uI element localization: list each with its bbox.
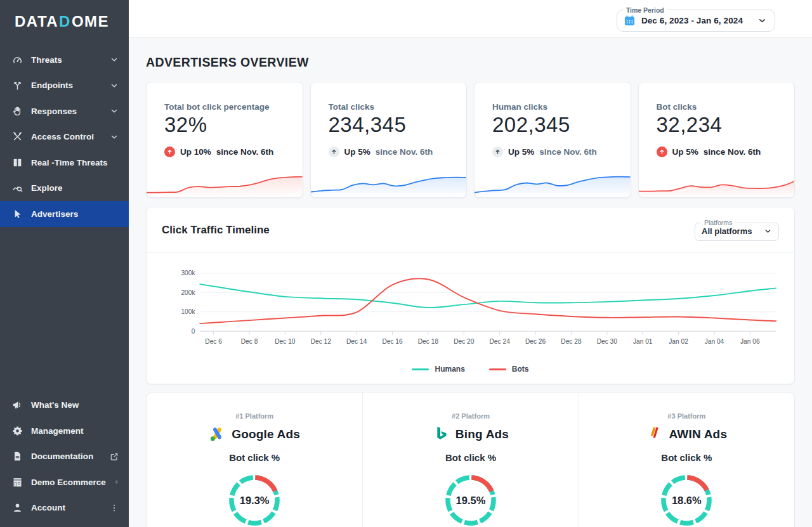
platform-card-google-ads: #1 PlatformGoogle AdsBot click %19.3%Up …: [147, 393, 362, 527]
platform-name-row: AWIN Ads: [592, 426, 782, 443]
top-platforms-card: #1 PlatformGoogle AdsBot click %19.3%Up …: [146, 393, 795, 527]
legend-swatch: [412, 368, 429, 370]
store-icon: [12, 477, 23, 488]
sidebar-item-responses[interactable]: Responses: [0, 98, 129, 124]
legend-label: Bots: [512, 365, 529, 374]
sidebar-item-demo-ecommerce[interactable]: Demo Ecommerce: [0, 469, 129, 495]
svg-text:300k: 300k: [181, 270, 195, 277]
svg-text:Dec 12: Dec 12: [311, 338, 332, 345]
awin-ads-logo: [646, 426, 663, 443]
sidebar-nav-bottom: What's NewManagementDocumentationDemo Ec…: [0, 393, 129, 527]
sidebar-item-threats[interactable]: Threats: [0, 47, 129, 73]
chevron-down-icon: [110, 55, 119, 64]
chevron-down-icon: [757, 16, 767, 25]
person-icon: [12, 502, 23, 513]
trend-up-icon: [329, 146, 339, 157]
datadome-logo[interactable]: DATADOME: [0, 0, 129, 47]
app-root: DATADOME ThreatsEndpointsResponsesAccess…: [0, 0, 812, 527]
sparkline-chart: [311, 160, 467, 197]
stat-card-value: 32%: [164, 112, 285, 138]
platform-rank-label: #2 Platform: [376, 412, 565, 420]
donut-center-value: 18.6%: [658, 472, 714, 527]
document-icon: [12, 451, 23, 462]
sidebar-item-management[interactable]: Management: [0, 418, 129, 444]
content: ADVERTISERS OVERVIEW Total bot click per…: [129, 38, 812, 527]
stat-card-delta: Up 5%since Nov. 6th: [492, 146, 613, 157]
svg-text:Dec 14: Dec 14: [346, 338, 367, 345]
sidebar-item-endpoints[interactable]: Endpoints: [0, 73, 129, 99]
sidebar-item-real-time-threats[interactable]: Real -Time Threats: [0, 150, 129, 176]
trend-up-icon: [164, 146, 175, 157]
stat-card-label: Total clicks: [329, 102, 449, 112]
platform-rank-label: #3 Platform: [592, 412, 782, 420]
sidebar-item-label: Endpoints: [31, 81, 102, 90]
bot-click-donut-chart: 19.3%: [226, 472, 282, 527]
bing-ads-logo: [433, 426, 450, 443]
swap-icon[interactable]: [114, 478, 119, 486]
sidebar-item-label: What's New: [31, 400, 119, 410]
kebab-icon[interactable]: [110, 504, 119, 512]
bot-click-donut-chart: 19.5%: [443, 472, 499, 527]
svg-text:Dec 18: Dec 18: [418, 338, 439, 345]
svg-text:Dec 26: Dec 26: [525, 338, 546, 345]
timeline-line-chart: 300k200k100k0Dec 6Dec 8Dec 10Dec 12Dec 1…: [162, 264, 779, 360]
delta-bold-text: Up 5%: [508, 147, 534, 157]
trend-up-icon: [657, 146, 667, 157]
svg-text:Dec 10: Dec 10: [275, 338, 296, 345]
sidebar-item-what-s-new[interactable]: What's New: [0, 393, 129, 419]
chart-legend: HumansBots: [162, 360, 779, 384]
trend-up-icon: [492, 146, 503, 157]
svg-text:Dec 16: Dec 16: [382, 338, 403, 345]
delta-rest-text: since Nov. 6th: [704, 147, 761, 157]
delta-rest-text: since Nov. 6th: [216, 147, 274, 157]
sidebar-item-account[interactable]: Account: [0, 495, 129, 521]
timeline-title: Click Traffic Timeline: [162, 224, 270, 237]
svg-text:Dec 20: Dec 20: [454, 338, 475, 345]
svg-text:Dec 6: Dec 6: [205, 338, 222, 345]
platform-name: AWIN Ads: [669, 427, 727, 441]
svg-text:Dec 24: Dec 24: [490, 338, 511, 345]
stat-card-label: Total bot click percentage: [164, 102, 285, 112]
sidebar-item-explore[interactable]: Explore: [0, 176, 129, 202]
time-period-value: Dec 6, 2023 - Jan 6, 2024: [641, 16, 743, 25]
sidebar-item-label: Access Control: [31, 132, 102, 141]
svg-text:Jan 04: Jan 04: [705, 338, 724, 345]
platform-metric-label: Bot click %: [592, 452, 782, 463]
time-period-select[interactable]: Time Period Dec 6, 2023 - Jan 6, 2024: [617, 6, 775, 32]
bot-click-donut-chart: 18.6%: [658, 472, 714, 527]
sidebar-item-label: Responses: [31, 107, 102, 116]
time-period-label: Time Period: [624, 6, 667, 14]
svg-text:0: 0: [192, 328, 195, 335]
svg-text:200k: 200k: [181, 289, 195, 296]
endpoints-icon: [12, 80, 23, 91]
sidebar-item-label: Explore: [31, 183, 119, 193]
sidebar-item-label: Documentation: [31, 452, 102, 461]
sidebar-item-access-control[interactable]: Access Control: [0, 124, 129, 150]
stat-card-value: 202,345: [492, 112, 613, 138]
click-traffic-timeline-card: Click Traffic Timeline Platforms All pla…: [146, 207, 795, 384]
sidebar-nav: ThreatsEndpointsResponsesAccess ControlR…: [0, 47, 129, 227]
sidebar: DATADOME ThreatsEndpointsResponsesAccess…: [0, 0, 129, 527]
platforms-value: All platforms: [702, 226, 752, 236]
chevron-down-icon: [764, 227, 772, 235]
platforms-select[interactable]: Platforms All platforms: [695, 219, 779, 241]
sidebar-item-documentation[interactable]: Documentation: [0, 444, 129, 470]
share-button[interactable]: [784, 12, 798, 26]
stat-cards-row: Total bot click percentage32%Up 10%since…: [146, 82, 795, 198]
main-area: Time Period Dec 6, 2023 - Jan 6, 2024 AD…: [129, 0, 812, 527]
chevron-down-icon: [110, 107, 119, 115]
sidebar-item-advertisers[interactable]: Advertisers: [0, 201, 129, 227]
legend-item-humans: Humans: [412, 365, 464, 374]
sidebar-item-label: Real -Time Threats: [31, 158, 119, 167]
external-link-icon[interactable]: [110, 452, 119, 461]
tools-icon: [12, 131, 23, 142]
svg-text:100k: 100k: [181, 308, 195, 315]
platform-metric-label: Bot click %: [376, 452, 565, 463]
sidebar-item-label: Advertisers: [31, 209, 119, 219]
stat-card-label: Human clicks: [492, 102, 613, 112]
sidebar-item-label: Management: [31, 426, 119, 436]
stat-card-total-bot-click-percentage: Total bot click percentage32%Up 10%since…: [146, 82, 303, 198]
hand-icon: [12, 106, 23, 117]
gear-icon: [12, 426, 23, 436]
gauge-icon: [12, 55, 23, 65]
